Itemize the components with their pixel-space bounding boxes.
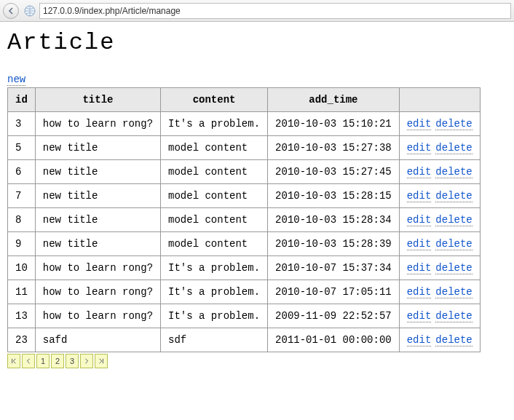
edit-link[interactable]: edit	[407, 214, 432, 226]
edit-link[interactable]: edit	[407, 286, 432, 298]
cell-actions: editdelete	[399, 304, 480, 328]
cell-title: safd	[35, 328, 160, 352]
pager-page[interactable]: 2	[51, 354, 64, 368]
arrow-left-icon	[7, 7, 15, 15]
cell-actions: editdelete	[399, 112, 480, 136]
table-row: 11how to learn rong?It's a problem.2010-…	[8, 280, 481, 304]
pager-last[interactable]	[95, 354, 108, 368]
cell-content: model content	[161, 232, 268, 256]
cell-id: 6	[8, 160, 36, 184]
cell-content: It's a problem.	[161, 304, 268, 328]
cell-add-time: 2010-10-03 15:28:39	[268, 232, 400, 256]
cell-add-time: 2010-10-03 15:27:45	[268, 160, 400, 184]
th-add-time: add_time	[268, 88, 400, 112]
prev-page-icon	[25, 358, 31, 364]
edit-link[interactable]: edit	[407, 142, 432, 154]
cell-id: 13	[8, 304, 36, 328]
cell-title: how to learn rong?	[35, 280, 160, 304]
cell-actions: editdelete	[399, 328, 480, 352]
cell-id: 9	[8, 232, 36, 256]
page-title: Article	[7, 29, 507, 56]
delete-link[interactable]: delete	[435, 118, 472, 130]
delete-link[interactable]: delete	[435, 214, 472, 226]
edit-link[interactable]: edit	[407, 334, 432, 346]
edit-link[interactable]: edit	[407, 166, 432, 178]
cell-title: new title	[35, 208, 160, 232]
cell-id: 10	[8, 256, 36, 280]
edit-link[interactable]: edit	[407, 310, 432, 322]
cell-actions: editdelete	[399, 232, 480, 256]
delete-link[interactable]: delete	[435, 334, 472, 346]
table-row: 6new titlemodel content2010-10-03 15:27:…	[8, 160, 481, 184]
table-row: 23safdsdf2011-01-01 00:00:00editdelete	[8, 328, 481, 352]
cell-title: how to learn rong?	[35, 304, 160, 328]
cell-add-time: 2010-10-03 15:10:21	[268, 112, 400, 136]
cell-add-time: 2010-10-07 17:05:11	[268, 280, 400, 304]
table-row: 10how to learn rong?It's a problem.2010-…	[8, 256, 481, 280]
cell-content: It's a problem.	[161, 256, 268, 280]
th-id: id	[8, 88, 36, 112]
next-page-icon	[84, 358, 90, 364]
pagination: 123	[7, 354, 507, 368]
cell-content: model content	[161, 136, 268, 160]
globe-icon	[23, 4, 36, 17]
last-page-icon	[98, 358, 104, 364]
cell-add-time: 2010-10-07 15:37:34	[268, 256, 400, 280]
cell-actions: editdelete	[399, 160, 480, 184]
table-row: 8new titlemodel content2010-10-03 15:28:…	[8, 208, 481, 232]
cell-id: 3	[8, 112, 36, 136]
cell-title: how to learn rong?	[35, 256, 160, 280]
pager-page[interactable]: 3	[66, 354, 79, 368]
cell-actions: editdelete	[399, 280, 480, 304]
cell-add-time: 2009-11-09 22:52:57	[268, 304, 400, 328]
edit-link[interactable]: edit	[407, 118, 432, 130]
cell-content: It's a problem.	[161, 280, 268, 304]
pager-page[interactable]: 1	[36, 354, 50, 368]
cell-add-time: 2011-01-01 00:00:00	[268, 328, 400, 352]
pager-first[interactable]	[7, 354, 20, 368]
delete-link[interactable]: delete	[435, 262, 472, 274]
delete-link[interactable]: delete	[435, 286, 472, 298]
delete-link[interactable]: delete	[435, 142, 472, 154]
delete-link[interactable]: delete	[435, 166, 472, 178]
delete-link[interactable]: delete	[435, 190, 472, 202]
first-page-icon	[11, 358, 17, 364]
th-actions	[399, 88, 480, 112]
th-content: content	[161, 88, 268, 112]
cell-add-time: 2010-10-03 15:28:34	[268, 208, 400, 232]
table-header-row: id title content add_time	[8, 88, 481, 112]
cell-title: how to learn rong?	[35, 112, 160, 136]
cell-title: new title	[35, 136, 160, 160]
new-link[interactable]: new	[7, 74, 25, 86]
table-row: 3how to learn rong?It's a problem.2010-1…	[8, 112, 481, 136]
cell-content: model content	[161, 208, 268, 232]
pager-prev[interactable]	[22, 354, 35, 368]
table-row: 5new titlemodel content2010-10-03 15:27:…	[8, 136, 481, 160]
cell-actions: editdelete	[399, 184, 480, 208]
cell-id: 23	[8, 328, 36, 352]
cell-actions: editdelete	[399, 208, 480, 232]
cell-title: new title	[35, 184, 160, 208]
cell-actions: editdelete	[399, 136, 480, 160]
delete-link[interactable]: delete	[435, 310, 472, 322]
table-row: 13how to learn rong?It's a problem.2009-…	[8, 304, 481, 328]
cell-content: sdf	[161, 328, 268, 352]
cell-title: new title	[35, 232, 160, 256]
edit-link[interactable]: edit	[407, 262, 432, 274]
cell-add-time: 2010-10-03 15:28:15	[268, 184, 400, 208]
cell-content: It's a problem.	[161, 112, 268, 136]
cell-add-time: 2010-10-03 15:27:38	[268, 136, 400, 160]
table-row: 9new titlemodel content2010-10-03 15:28:…	[8, 232, 481, 256]
edit-link[interactable]: edit	[407, 190, 432, 202]
edit-link[interactable]: edit	[407, 238, 432, 250]
cell-actions: editdelete	[399, 256, 480, 280]
browser-toolbar: 127.0.0.9/index.php/Article/manage	[0, 0, 514, 22]
cell-id: 5	[8, 136, 36, 160]
pager-next[interactable]	[80, 354, 93, 368]
url-text: 127.0.0.9/index.php/Article/manage	[43, 6, 181, 16]
article-table: id title content add_time 3how to learn …	[7, 87, 481, 352]
delete-link[interactable]: delete	[435, 238, 472, 250]
cell-id: 7	[8, 184, 36, 208]
back-button[interactable]	[3, 3, 19, 19]
address-bar[interactable]: 127.0.0.9/index.php/Article/manage	[39, 3, 511, 19]
